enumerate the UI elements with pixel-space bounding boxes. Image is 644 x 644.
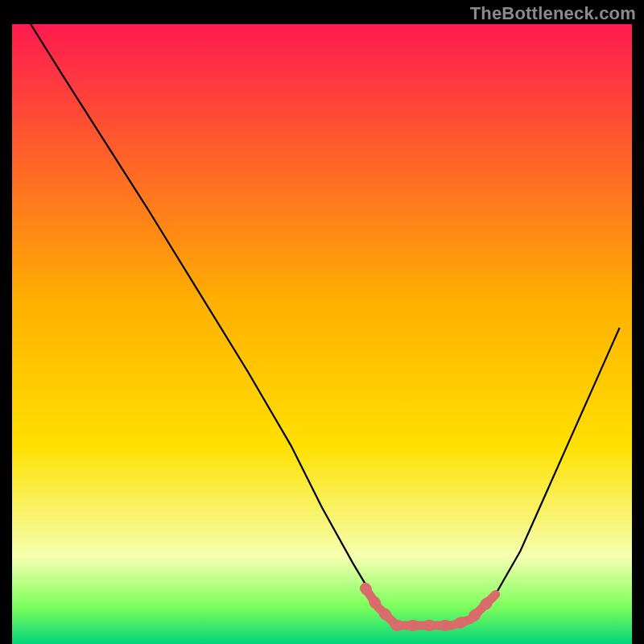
bottleneck-chart (12, 24, 632, 644)
watermark: TheBottleneck.com (470, 3, 636, 24)
chart-frame (12, 24, 632, 644)
gradient-background (12, 24, 632, 644)
